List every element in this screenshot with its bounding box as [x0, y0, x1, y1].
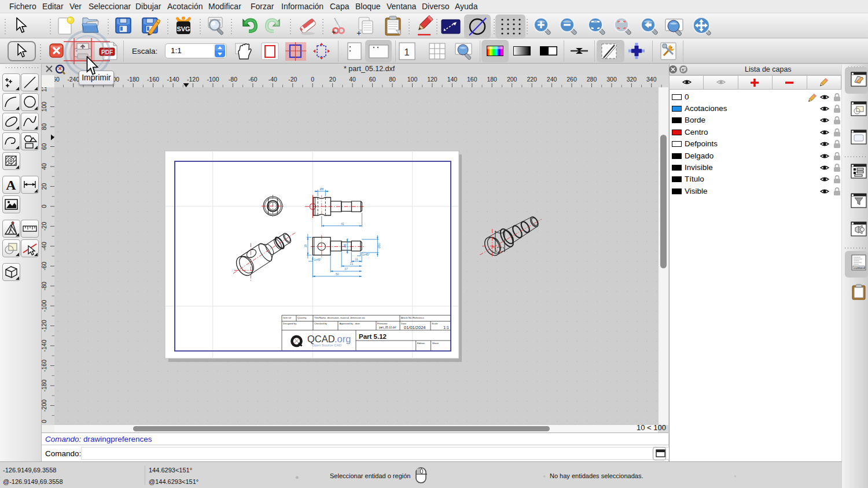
svg-text:60: 60 — [369, 76, 376, 83]
svg-text:-60: -60 — [42, 261, 47, 270]
svg-text:21: 21 — [350, 262, 354, 265]
svg-text:160: 160 — [467, 76, 477, 83]
svg-text:+: + — [332, 28, 336, 36]
svg-text:1x45°: 1x45° — [314, 258, 322, 261]
svg-text:280: 280 — [587, 76, 597, 83]
svg-text:-120: -120 — [42, 320, 47, 332]
svg-text:20: 20 — [329, 76, 336, 83]
svg-text:-160: -160 — [42, 360, 47, 372]
svg-text:100: 100 — [407, 76, 418, 83]
svg-text:Ø6: Ø6 — [343, 243, 347, 247]
svg-text:0: 0 — [42, 205, 47, 208]
svg-text:-40: -40 — [42, 242, 47, 250]
svg-text:-180: -180 — [42, 379, 47, 391]
svg-text:100: 100 — [42, 102, 47, 112]
svg-text:37: 37 — [344, 267, 348, 271]
svg-text:-140: -140 — [42, 339, 47, 352]
svg-text:200: 200 — [507, 76, 517, 83]
svg-text:40: 40 — [42, 163, 47, 170]
svg-text:-180: -180 — [127, 76, 139, 83]
svg-text:A: A — [6, 178, 16, 193]
svg-text:140: 140 — [447, 76, 458, 83]
svg-text:80: 80 — [389, 76, 396, 83]
svg-text:Article No./Reference: Article No./Reference — [401, 316, 424, 319]
svg-text:-40: -40 — [269, 76, 277, 83]
svg-text:Part 5.12: Part 5.12 — [359, 333, 387, 340]
svg-text:1: 1 — [404, 47, 409, 58]
svg-text:320: 320 — [627, 76, 637, 83]
svg-text:-260: -260 — [54, 76, 60, 83]
svg-text:-120: -120 — [187, 76, 199, 83]
svg-text:command: command — [854, 267, 865, 269]
svg-text:-100: -100 — [42, 300, 47, 312]
svg-text:-20: -20 — [42, 222, 47, 231]
svg-text:50: 50 — [336, 272, 339, 276]
svg-text:Open Source CAD: Open Source CAD — [312, 343, 342, 347]
svg-text:Ø10: Ø10 — [377, 243, 381, 249]
svg-text:Edition: Edition — [417, 342, 425, 345]
svg-text:0: 0 — [311, 76, 314, 83]
svg-text:340: 340 — [646, 76, 657, 83]
svg-text:180: 180 — [487, 76, 497, 83]
svg-text:-20: -20 — [288, 76, 297, 83]
svg-text:120: 120 — [427, 76, 437, 83]
svg-text:Checked by: Checked by — [314, 322, 328, 325]
svg-text:120: 120 — [42, 87, 47, 92]
svg-text:Date: Date — [401, 322, 407, 325]
svg-text:Filename: Filename — [377, 322, 388, 325]
svg-text:-160: -160 — [147, 76, 159, 83]
svg-text:80: 80 — [42, 123, 47, 130]
svg-text:-100: -100 — [207, 76, 219, 83]
svg-text:240: 240 — [547, 76, 557, 83]
svg-text:260: 260 — [567, 76, 577, 83]
svg-text:SVG: SVG — [176, 25, 190, 32]
svg-text:Scale: Scale — [432, 322, 438, 325]
svg-text:-60: -60 — [248, 76, 257, 83]
svg-text:1:1: 1:1 — [443, 326, 449, 330]
svg-text:Title/Name, destination, mater: Title/Name, destination, material, dimen… — [314, 316, 365, 319]
svg-text:1x45°: 1x45° — [362, 253, 370, 256]
svg-text:Quantity: Quantity — [297, 316, 307, 319]
svg-text:+: + — [356, 28, 361, 37]
svg-text:-140: -140 — [167, 76, 179, 83]
svg-text:01/01/2024: 01/01/2024 — [404, 325, 426, 330]
svg-text:-80: -80 — [42, 282, 47, 290]
svg-text:18: 18 — [304, 245, 307, 248]
svg-text:0: 0 — [42, 420, 47, 423]
svg-text:41: 41 — [341, 222, 344, 225]
svg-text:Ø8: Ø8 — [319, 187, 323, 191]
svg-text:Designed by: Designed by — [283, 322, 297, 325]
svg-text:300: 300 — [606, 76, 617, 83]
svg-text:60: 60 — [42, 143, 47, 150]
svg-text:-80: -80 — [229, 76, 237, 83]
svg-text:Item ref: Item ref — [283, 316, 292, 319]
svg-text:40: 40 — [349, 76, 356, 83]
svg-text:part_05.12.dxf: part_05.12.dxf — [379, 326, 396, 329]
svg-text:220: 220 — [527, 76, 537, 83]
svg-text:Approved by - date: Approved by - date — [340, 322, 361, 325]
svg-text:Sheet: Sheet — [432, 342, 439, 345]
svg-text:11: 11 — [355, 257, 358, 261]
svg-text:-200: -200 — [42, 400, 47, 412]
svg-text:20: 20 — [42, 183, 47, 190]
